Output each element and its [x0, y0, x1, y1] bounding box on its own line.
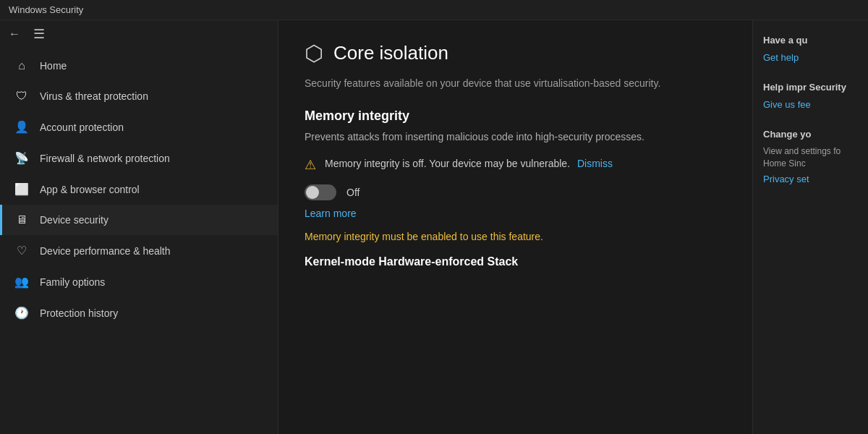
sidebar-item-family[interactable]: 👥 Family options — [0, 266, 278, 297]
app-title: Windows Security — [9, 4, 83, 15]
warning-box: ⚠ Memory integrity is off. Your device m… — [305, 156, 726, 173]
sidebar-item-devicehealth[interactable]: ♡ Device performance & health — [0, 235, 278, 266]
nav-label-account: Account protection — [40, 122, 124, 133]
sidebar-top: ← ☰ — [0, 20, 278, 48]
page-icon: ⬡ — [305, 41, 323, 66]
sidebar-nav: ⌂ Home 🛡 Virus & threat protection 👤 Acc… — [0, 48, 278, 331]
right-text-2: View and settings fo Home Sinc — [763, 145, 858, 170]
nav-icon-virus: 🛡 — [14, 90, 30, 103]
subtitle: Security features available on your devi… — [305, 76, 726, 91]
right-section-2: Change yoView and settings fo Home SincP… — [763, 129, 858, 186]
nav-label-appbrowser: App & browser control — [40, 184, 140, 195]
right-section-1: Help impr SecurityGive us fee — [763, 82, 858, 111]
right-heading-1: Help impr Security — [763, 82, 858, 94]
nav-label-history: Protection history — [40, 307, 118, 319]
dismiss-link[interactable]: Dismiss — [577, 158, 613, 169]
nav-icon-family: 👥 — [14, 275, 30, 289]
learn-more-link[interactable]: Learn more — [305, 208, 357, 219]
right-heading-0: Have a qu — [763, 35, 858, 47]
hamburger-icon[interactable]: ☰ — [33, 27, 45, 41]
nav-icon-history: 🕐 — [14, 306, 30, 320]
right-section-0: Have a quGet help — [763, 35, 858, 64]
nav-icon-account: 👤 — [14, 120, 30, 134]
nav-label-firewall: Firewall & network protection — [40, 153, 170, 164]
nav-icon-devicesecurity: 🖥 — [14, 213, 30, 226]
nav-label-virus: Virus & threat protection — [40, 90, 148, 102]
right-link-1[interactable]: Give us fee — [763, 99, 811, 110]
nav-icon-firewall: 📡 — [14, 151, 30, 165]
nav-label-home: Home — [40, 60, 67, 72]
sidebar-item-virus[interactable]: 🛡 Virus & threat protection — [0, 81, 278, 111]
page-title: Core isolation — [333, 42, 448, 64]
toggle-knob — [306, 186, 319, 199]
sidebar-item-appbrowser[interactable]: ⬜ App & browser control — [0, 174, 278, 205]
nav-icon-home: ⌂ — [14, 59, 30, 72]
nav-label-family: Family options — [40, 276, 105, 288]
kernel-section-title: Kernel-mode Hardware-enforced Stack — [305, 255, 726, 268]
sidebar-item-account[interactable]: 👤 Account protection — [0, 111, 278, 142]
right-panel: Have a quGet helpHelp impr SecurityGive … — [752, 20, 868, 434]
toggle-row: Off — [305, 184, 726, 200]
title-bar: Windows Security — [0, 0, 868, 20]
main-layout: ← ☰ ⌂ Home 🛡 Virus & threat protection 👤… — [0, 20, 868, 434]
back-button[interactable]: ← — [9, 27, 20, 41]
right-heading-2: Change yo — [763, 129, 858, 141]
sidebar: ← ☰ ⌂ Home 🛡 Virus & threat protection 👤… — [0, 20, 278, 434]
section-desc: Prevents attacks from inserting maliciou… — [305, 129, 726, 145]
sidebar-item-history[interactable]: 🕐 Protection history — [0, 297, 278, 328]
feature-warning: Memory integrity must be enabled to use … — [305, 231, 726, 242]
nav-label-devicehealth: Device performance & health — [40, 245, 171, 257]
warning-icon: ⚠ — [305, 157, 316, 173]
right-link-0[interactable]: Get help — [763, 52, 799, 63]
toggle-label: Off — [346, 187, 359, 198]
page-header: ⬡ Core isolation — [305, 41, 726, 66]
right-link-2[interactable]: Privacy set — [763, 174, 809, 184]
nav-icon-appbrowser: ⬜ — [14, 182, 30, 196]
memory-integrity-toggle[interactable] — [305, 184, 336, 200]
nav-icon-devicehealth: ♡ — [14, 244, 30, 258]
sidebar-item-firewall[interactable]: 📡 Firewall & network protection — [0, 142, 278, 174]
content-area: ⬡ Core isolation Security features avail… — [278, 20, 752, 434]
sidebar-item-devicesecurity[interactable]: 🖥 Device security — [0, 205, 278, 235]
warning-text: Memory integrity is off. Your device may… — [325, 156, 613, 171]
section-title: Memory integrity — [305, 109, 726, 124]
nav-label-devicesecurity: Device security — [40, 214, 109, 226]
sidebar-item-home[interactable]: ⌂ Home — [0, 51, 278, 81]
